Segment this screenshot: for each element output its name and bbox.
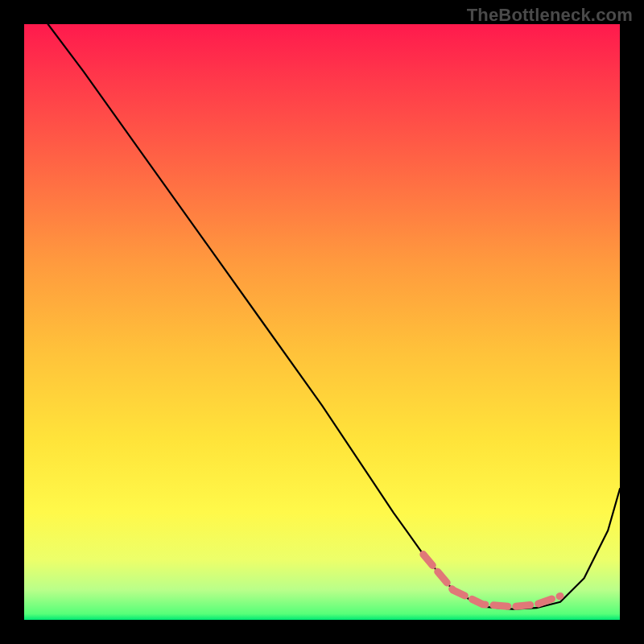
optimal-range-marker: [423, 555, 560, 607]
chart-canvas: TheBottleneck.com: [0, 0, 644, 644]
watermark-text: TheBottleneck.com: [467, 5, 633, 26]
chart-svg: [24, 24, 620, 620]
bottleneck-curve: [48, 24, 620, 609]
plot-area: [24, 24, 620, 620]
